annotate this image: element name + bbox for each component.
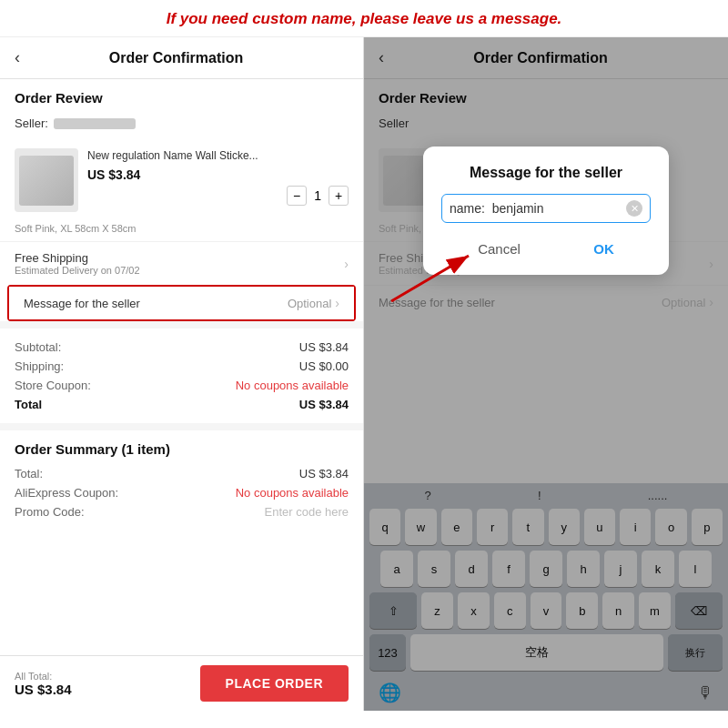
dialog-cancel-button[interactable]: Cancel bbox=[460, 238, 539, 260]
left-total-label: Total bbox=[15, 398, 42, 411]
left-summary-coupon-value: No coupons available bbox=[236, 486, 349, 500]
left-seller-label: Seller: bbox=[15, 116, 48, 130]
left-product-image bbox=[15, 148, 78, 212]
left-subtotal-value: US $3.84 bbox=[299, 340, 349, 354]
dialog-title: Message for the seller bbox=[441, 165, 651, 181]
left-shipping-label: Free Shipping bbox=[15, 251, 140, 265]
left-summary-title: Order Summary (1 item) bbox=[15, 441, 349, 457]
dialog-ok-button[interactable]: OK bbox=[575, 238, 632, 260]
left-shipping-cost-label: Shipping: bbox=[15, 359, 64, 373]
left-summary-promo-row: Promo Code: Enter code here bbox=[15, 502, 349, 521]
left-message-row[interactable]: Message for the seller Optional › bbox=[9, 287, 354, 319]
right-panel: ‹ Order Confirmation Order Review Seller… bbox=[364, 37, 728, 711]
top-banner: If you need custom name, please leave us… bbox=[0, 0, 728, 37]
left-coupon-value: No coupons available bbox=[236, 379, 349, 392]
left-panel: ‹ Order Confirmation Order Review Seller… bbox=[0, 37, 364, 711]
dialog-input-field[interactable] bbox=[450, 201, 626, 216]
left-seller-name-blur bbox=[54, 118, 136, 129]
right-phone-screen: ‹ Order Confirmation Order Review Seller… bbox=[364, 37, 728, 711]
left-message-label: Message for the seller bbox=[24, 297, 140, 310]
left-qty-value: 1 bbox=[314, 188, 321, 203]
left-back-button[interactable]: ‹ bbox=[15, 48, 20, 67]
left-nav-title: Order Confirmation bbox=[31, 50, 321, 66]
left-summary-promo-value: Enter code here bbox=[264, 505, 349, 519]
left-shipping-cost-row: Shipping: US $0.00 bbox=[15, 357, 349, 376]
left-summary-total-row: Total: US $3.84 bbox=[15, 464, 349, 483]
left-summary-section: Order Summary (1 item) Total: US $3.84 A… bbox=[0, 430, 363, 532]
left-bottom-bar: All Total: US $3.84 PLACE ORDER bbox=[0, 655, 363, 711]
left-message-highlight-box: Message for the seller Optional › bbox=[7, 285, 356, 321]
left-subtotal-label: Subtotal: bbox=[15, 340, 61, 354]
left-shipping-sublabel: Estimated Delivery on 07/02 bbox=[15, 265, 140, 276]
left-qty-minus[interactable]: − bbox=[287, 186, 307, 206]
dialog-box: Message for the seller ✕ Cancel OK bbox=[423, 147, 669, 275]
dialog-buttons: Cancel OK bbox=[441, 238, 651, 260]
left-total-value: US $3.84 bbox=[299, 398, 349, 411]
left-coupon-label: Store Coupon: bbox=[15, 379, 91, 392]
left-message-chevron: › bbox=[335, 296, 339, 310]
left-summary-coupon-row: AliExpress Coupon: No coupons available bbox=[15, 483, 349, 502]
left-product-price: US $3.84 bbox=[87, 167, 349, 182]
left-shipping-cost-value: US $0.00 bbox=[299, 359, 349, 373]
left-place-order-button[interactable]: PLACE ORDER bbox=[200, 665, 349, 702]
left-shipping-row: Free Shipping Estimated Delivery on 07/0… bbox=[0, 241, 363, 285]
left-coupon-row: Store Coupon: No coupons available bbox=[15, 376, 349, 395]
dialog-input-wrap[interactable]: ✕ bbox=[441, 194, 651, 223]
left-order-review-section: Order Review Seller: bbox=[0, 79, 363, 141]
left-shipping-info: Free Shipping Estimated Delivery on 07/0… bbox=[15, 251, 140, 276]
left-summary-coupon-label: AliExpress Coupon: bbox=[15, 486, 118, 500]
left-all-total-wrap: All Total: US $3.84 bbox=[15, 671, 72, 697]
left-product-info: New regulation Name Wall Sticke... US $3… bbox=[87, 148, 349, 206]
left-divider-1 bbox=[0, 321, 363, 329]
left-subtotal-row: Subtotal: US $3.84 bbox=[15, 338, 349, 357]
left-all-total-value: US $3.84 bbox=[15, 682, 72, 697]
left-shipping-chevron: › bbox=[344, 257, 349, 271]
left-seller-row: Seller: bbox=[15, 113, 349, 137]
left-cost-section: Subtotal: US $3.84 Shipping: US $0.00 St… bbox=[0, 329, 363, 423]
left-summary-total-label: Total: bbox=[15, 467, 43, 480]
left-divider-2 bbox=[0, 423, 363, 430]
left-qty-plus[interactable]: + bbox=[329, 186, 349, 206]
left-product-variant: Soft Pink, XL 58cm X 58cm bbox=[0, 219, 363, 241]
left-all-total-label: All Total: bbox=[15, 671, 72, 682]
left-summary-rows: Total: US $3.84 AliExpress Coupon: No co… bbox=[15, 464, 349, 521]
left-product-row: New regulation Name Wall Sticke... US $3… bbox=[0, 141, 363, 219]
left-nav-bar: ‹ Order Confirmation bbox=[0, 37, 363, 79]
left-product-name: New regulation Name Wall Sticke... bbox=[87, 148, 349, 164]
left-product-image-inner bbox=[19, 156, 74, 206]
left-message-optional: Optional bbox=[288, 297, 331, 310]
left-order-review-title: Order Review bbox=[15, 90, 349, 106]
left-product-qty: − 1 + bbox=[87, 186, 349, 206]
dialog-clear-button[interactable]: ✕ bbox=[626, 200, 642, 217]
banner-text: If you need custom name, please leave us… bbox=[15, 9, 713, 29]
dialog-overlay: Message for the seller ✕ Cancel OK bbox=[364, 37, 728, 711]
left-summary-promo-label: Promo Code: bbox=[15, 505, 85, 519]
left-message-optional-wrap: Optional › bbox=[288, 296, 339, 310]
left-total-row: Total US $3.84 bbox=[15, 395, 349, 414]
left-summary-total-value: US $3.84 bbox=[299, 467, 349, 480]
